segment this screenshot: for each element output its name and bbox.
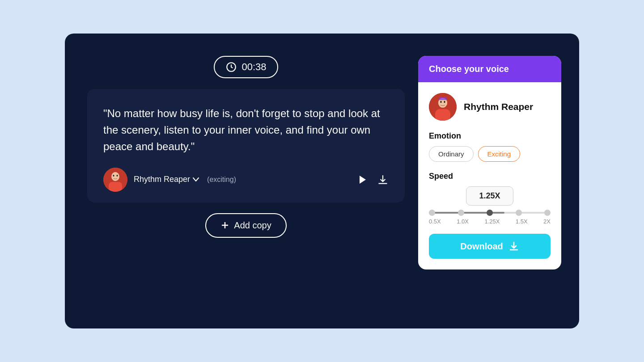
panel-body: Rhythm Reaper Emotion Ordinary Exciting … [418,82,561,269]
avatar-small [103,168,127,192]
voice-name-selector[interactable]: Rhythm Reaper [134,175,199,184]
emotion-ordinary[interactable]: Ordinary [429,146,474,162]
speed-label-0: 0.5X [429,218,441,225]
avatar-illustration-large [429,93,457,121]
download-icon-small [377,174,389,185]
emotion-row: Ordinary Exciting [429,146,551,162]
right-panel: Choose your voice [418,56,561,269]
speed-value: 1.25X [466,186,513,206]
download-label: Download [460,241,503,252]
voice-profile-row: Rhythm Reaper [429,93,551,121]
avatar-illustration [103,168,127,192]
svg-point-15 [444,101,445,103]
voice-name-label: Rhythm Reaper [134,175,190,184]
voice-row: Rhythm Reaper (exciting) [103,168,389,192]
play-icon [357,174,368,185]
speed-label: Speed [429,172,551,181]
main-container: 00:38 "No matter how busy life is, don't… [65,34,579,328]
voice-profile-name: Rhythm Reaper [464,101,533,112]
speed-dot-3 [516,210,522,216]
play-button[interactable] [357,174,368,185]
timer-value: 00:38 [242,61,266,73]
speed-display: 1.25X [429,186,551,206]
avatar-large [429,93,457,121]
svg-point-14 [440,101,441,103]
svg-point-6 [117,175,118,177]
speed-label-3: 1.5X [516,218,528,225]
panel-title: Choose your voice [429,64,509,74]
svg-rect-16 [439,97,447,100]
svg-point-5 [113,175,114,177]
speed-label-2: 1.25X [484,218,500,225]
svg-rect-12 [435,109,450,121]
emotion-label: Emotion [429,131,551,141]
speed-dot-4 [544,210,551,216]
left-panel: 00:38 "No matter how busy life is, don't… [87,56,418,238]
emotion-exciting[interactable]: Exciting [478,146,521,162]
speed-label-1: 1.0X [457,218,469,225]
chevron-down-icon [193,177,199,182]
svg-marker-7 [360,176,366,184]
plus-icon [220,221,229,230]
download-small-button[interactable] [377,174,389,185]
speed-dot-1 [458,210,464,216]
panel-header: Choose your voice [418,56,561,82]
add-copy-button[interactable]: Add copy [205,213,286,238]
speed-slider[interactable] [429,212,551,214]
speed-dot-0 [429,210,435,216]
speed-track [429,212,551,214]
speed-labels: 0.5X 1.0X 1.25X 1.5X 2X [429,218,551,225]
quote-text: "No matter how busy life is, don't forge… [103,105,389,155]
emotion-tag: (exciting) [207,176,236,184]
add-copy-label: Add copy [234,220,271,231]
download-icon [508,241,519,252]
quote-card: "No matter how busy life is, don't forge… [87,89,405,202]
speed-dot-2 [487,210,493,216]
svg-rect-3 [109,182,122,192]
timer-badge: 00:38 [214,56,278,78]
speed-dots [429,210,551,216]
download-button[interactable]: Download [429,234,551,259]
speed-label-4: 2X [543,218,551,225]
clock-icon [225,61,237,73]
voice-controls [357,174,389,185]
